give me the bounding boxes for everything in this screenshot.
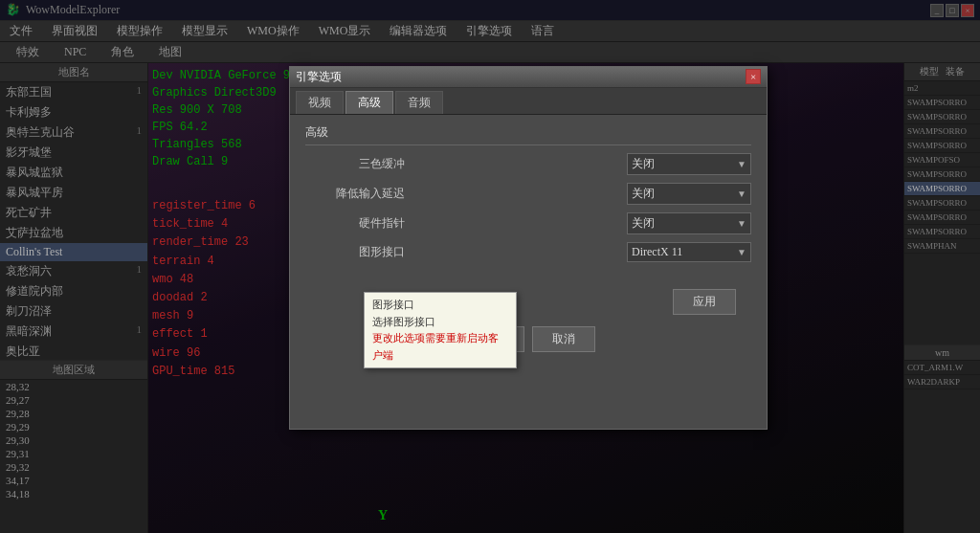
dialog-title: 引擎选项	[296, 69, 746, 85]
dialog-content: 高级 三色缓冲 关闭 ▼ 降低输入延迟 关闭 ▼ 硬件指针 关闭 ▼ 图形接口 …	[290, 115, 767, 366]
dialog-row: 硬件指针 关闭 ▼	[305, 212, 751, 234]
dialog-row-select[interactable]: 关闭 ▼	[627, 183, 751, 205]
dialog-row: 三色缓冲 关闭 ▼	[305, 153, 751, 175]
dropdown-line2: 选择图形接口	[372, 314, 508, 331]
dialog-titlebar: 引擎选项 ×	[290, 67, 767, 88]
dialog-overlay: 引擎选项 × 视频高级音频 高级 三色缓冲 关闭 ▼ 降低输入延迟 关闭 ▼ 硬…	[0, 0, 980, 533]
dropdown-popup: 图形接口 选择图形接口 更改此选项需要重新启动客 户端	[364, 292, 517, 368]
dialog-row-select[interactable]: 关闭 ▼	[627, 153, 751, 175]
dialog-row-select[interactable]: DirectX 11 ▼	[627, 242, 751, 262]
dialog-row-label: 三色缓冲	[305, 156, 420, 172]
dropdown-line4: 户端	[372, 347, 508, 365]
dialog-row: 图形接口 DirectX 11 ▼	[305, 242, 751, 262]
apply-button[interactable]: 应用	[673, 289, 736, 315]
dialog-row-label: 降低输入延迟	[305, 186, 420, 202]
dialog-row: 降低输入延迟 关闭 ▼	[305, 183, 751, 205]
dialog-tab-高级[interactable]: 高级	[345, 91, 393, 114]
cancel-button[interactable]: 取消	[532, 326, 595, 352]
dialog-close-button[interactable]: ×	[746, 69, 761, 84]
dialog-tab-音频[interactable]: 音频	[395, 91, 443, 114]
dialog-row-label: 图形接口	[305, 244, 420, 260]
dropdown-line3: 更改此选项需要重新启动客	[372, 330, 508, 347]
dialog-row-label: 硬件指针	[305, 215, 420, 232]
dropdown-line1: 图形接口	[372, 297, 508, 314]
dialog-tabs: 视频高级音频	[290, 88, 767, 115]
dialog-row-select[interactable]: 关闭 ▼	[627, 212, 751, 234]
dialog-rows: 三色缓冲 关闭 ▼ 降低输入延迟 关闭 ▼ 硬件指针 关闭 ▼ 图形接口 Dir…	[305, 153, 751, 262]
dialog-section-title: 高级	[305, 124, 751, 145]
options-dialog: 引擎选项 × 视频高级音频 高级 三色缓冲 关闭 ▼ 降低输入延迟 关闭 ▼ 硬…	[289, 66, 768, 430]
dialog-tab-视频[interactable]: 视频	[296, 91, 344, 114]
